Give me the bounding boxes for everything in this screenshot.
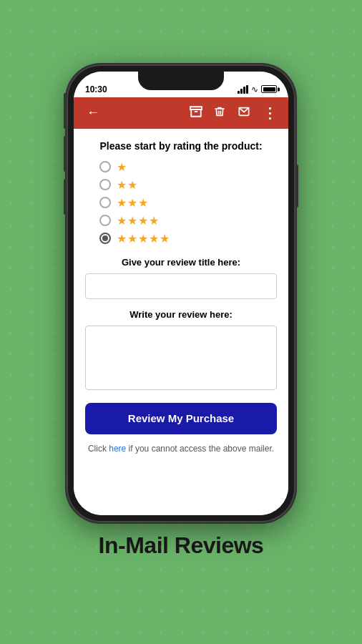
- status-time: 10:30: [85, 84, 107, 94]
- fallback-suffix: if you cannot access the above mailer.: [126, 444, 274, 454]
- rating-option-2[interactable]: ★★: [99, 178, 277, 192]
- radio-5star[interactable]: [99, 233, 111, 244]
- stars-3: ★★★: [117, 196, 149, 210]
- wifi-icon: ∿: [251, 84, 258, 94]
- submit-button[interactable]: Review My Purchase: [85, 403, 277, 434]
- radio-3star[interactable]: [99, 197, 111, 208]
- radio-2star[interactable]: [99, 179, 111, 190]
- content-area: Please start by rating the product: ★ ★★…: [74, 129, 288, 515]
- review-title-label: Give your review title here:: [85, 257, 277, 268]
- fallback-text: Click here if you cannot access the abov…: [85, 443, 277, 455]
- toolbar: ←: [74, 97, 288, 129]
- radio-4star[interactable]: [99, 215, 111, 226]
- archive-icon[interactable]: [187, 102, 205, 124]
- rating-options: ★ ★★ ★★★ ★★★★: [85, 160, 277, 245]
- review-title-input[interactable]: [85, 273, 277, 299]
- radio-1star[interactable]: [99, 161, 111, 172]
- stars-1: ★: [117, 160, 127, 174]
- toolbar-actions: ⋮: [187, 102, 280, 124]
- fallback-prefix: Click: [88, 444, 109, 454]
- review-body-label: Write your review here:: [85, 309, 277, 320]
- rating-label: Please start by rating the product:: [85, 140, 277, 152]
- notch: [138, 72, 224, 90]
- delete-icon[interactable]: [211, 102, 228, 124]
- signal-bars-icon: [238, 85, 248, 94]
- review-body-textarea[interactable]: [85, 326, 277, 390]
- rating-option-4[interactable]: ★★★★: [99, 214, 277, 228]
- svg-rect-0: [190, 107, 202, 109]
- rating-option-1[interactable]: ★: [99, 160, 277, 174]
- back-button[interactable]: ←: [82, 101, 104, 125]
- more-options-icon[interactable]: ⋮: [260, 103, 280, 123]
- stars-5: ★★★★★: [117, 232, 170, 245]
- status-icons: ∿: [238, 84, 277, 94]
- fallback-link[interactable]: here: [109, 444, 126, 454]
- rating-option-3[interactable]: ★★★: [99, 196, 277, 210]
- app-title: In-Mail Reviews: [99, 532, 264, 559]
- stars-2: ★★: [117, 178, 138, 192]
- email-icon[interactable]: [234, 103, 254, 123]
- rating-option-5[interactable]: ★★★★★: [99, 232, 277, 245]
- phone-screen: 10:30 ∿ ←: [74, 72, 288, 515]
- battery-icon: [261, 85, 277, 93]
- stars-4: ★★★★: [117, 214, 160, 228]
- phone-wrapper: 10:30 ∿ ←: [67, 64, 295, 522]
